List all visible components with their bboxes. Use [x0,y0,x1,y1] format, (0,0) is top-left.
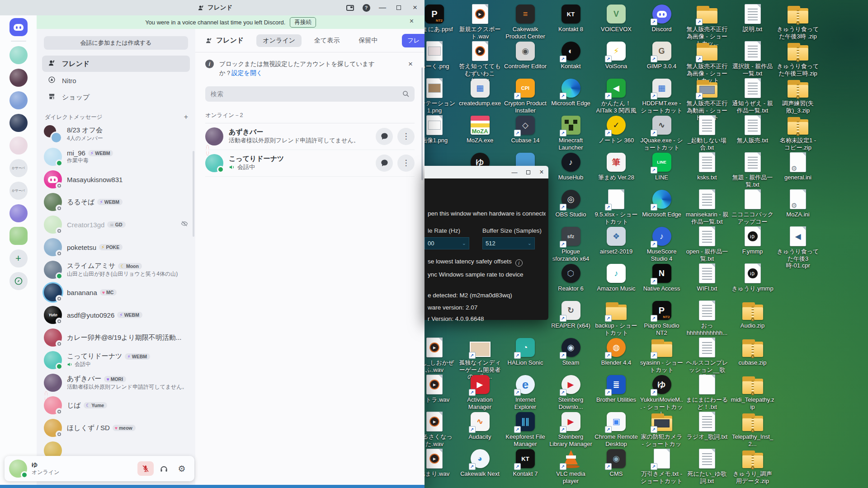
desktop-icon[interactable]: cubase.zip [731,337,774,366]
desktop-icon[interactable]: e↗Internet Explorer [504,374,547,410]
dm-list-item[interactable]: Yutoasdf@yuto0926⚡WEBM [40,304,192,326]
desktop-icon[interactable]: 通知うぜえ - 親作品一覧.txt [731,78,774,114]
open-on-connect-option[interactable]: pen this window when hardware is connect… [428,210,546,217]
desktop-icon[interactable]: KTKontakt 8 [549,4,593,33]
desktop-icon[interactable]: ⚡↗VoiSona [594,41,638,70]
sidebar-item-shop[interactable]: ショップ [42,89,190,105]
server-item[interactable]: かサーバ [9,159,28,177]
desktop-icon[interactable]: ◎↗OBS Studio [549,189,593,218]
sidebar-scrollbar[interactable] [193,151,194,237]
desktop-icon[interactable]: ▦createdump.exe [458,78,502,107]
desktop-icon[interactable]: 無人販売.txt [731,115,774,144]
desktop-icon[interactable]: ◇↗Cubase 14 [504,115,547,144]
desktop-icon[interactable]: ▣↗Chrome Remote Desktop [594,411,638,447]
main-scrollbar[interactable] [421,67,423,180]
more-options-button[interactable]: ⋮ [397,128,415,145]
desktop-icon[interactable]: ❖airset2-2019 [594,226,638,255]
friend-list-item[interactable]: こってりドーナツ会話中⋮ [205,150,415,177]
desktop-icon[interactable]: ⬡Reaktor 6 [549,263,593,292]
desktop-icon[interactable]: 無題 - 親作品一覧.txt [731,152,774,188]
desktop-icon[interactable]: ◀きゅうり食ってた午後3時-01.cpr [776,226,820,269]
desktop-icon[interactable]: ◉↗CMS [594,448,638,478]
server-avatar[interactable] [9,227,28,245]
desktop-icon[interactable]: きゅうり食ってた午後3時 .zip [776,4,820,40]
server-avatar[interactable] [9,46,28,64]
sample-rate-dropdown[interactable]: 00⌄ [425,237,469,249]
server-avatar[interactable] [9,91,28,109]
tab-全て表示[interactable]: 全て表示 [308,34,346,47]
dm-list-item[interactable]: じば☾Yume [40,394,192,417]
desktop-icon[interactable]: ◐↗Kontakt [549,41,593,70]
desktop-icon[interactable]: PNT2↗Piapro Studio NT2 [640,300,684,336]
desktop-icon[interactable]: 筆筆まめ Ver.28 [594,152,638,181]
desktop-icon[interactable]: sfz↗Plogue sforzando x64 [549,226,593,262]
buffer-size-dropdown[interactable]: 512⌄ [482,237,535,249]
desktop-icon[interactable]: ≣↗Brother Utilities [594,374,638,404]
settings-gear-icon[interactable]: ⚙ [174,461,190,476]
desktop-icon[interactable]: ksks.txt [685,152,729,181]
server-avatar[interactable] [9,136,28,155]
desktop-icon[interactable]: open - 親作品一覧.txt [685,226,729,262]
desktop-icon[interactable]: ↗万引きメモ.txt - ショートカット [640,448,684,484]
desktop-icon[interactable]: midi_Telepathy.zip [731,374,774,410]
dm-list-item[interactable]: スライムアミサ☾Moon山田と山田が好き(山田リョウと笑う4体の山) [40,258,192,281]
tab-保留中[interactable]: 保留中 [352,34,384,47]
more-options-button[interactable]: ⋮ [397,155,415,172]
desktop-icon[interactable]: ♪MuseHub [549,152,593,181]
desktop-icon[interactable]: ゆF.ymmp [731,226,774,255]
desktop-icon[interactable]: 死にたい_ゆ歌詞.txt [685,448,729,484]
friend-list-item[interactable]: あずきバー活動者様以外原則フレンド申請許可してません。⋮ [205,123,415,150]
desktop-icon[interactable]: MoZAMoZA.exe [458,115,502,144]
desktop-icon[interactable]: ↗9.5.xlsx - ショートカット [594,189,638,225]
dm-list-item[interactable]: bananana♥MC [40,281,192,304]
mic-muted-icon[interactable] [137,461,154,476]
desktop-icon[interactable]: ↻↗REAPER (x64) [549,300,593,329]
desktop-icon[interactable]: ラジオ_歌詞.txt [685,411,729,441]
desktop-icon[interactable]: ⚙MoZA.ini [776,189,820,218]
desktop-icon[interactable]: ∿↗Audacity [458,411,502,441]
desktop-icon[interactable]: ∿↗JQuake.exe - ショートカット [640,115,684,151]
inbox-tray-icon[interactable] [343,2,357,14]
notice-close-icon[interactable]: × [408,60,413,69]
desktop-icon[interactable]: ≡Cakewalk Product Center [504,4,547,40]
server-avatar[interactable] [9,204,28,222]
desktop-icon[interactable]: 選択肢 - 親作品一覧.txt [731,41,774,77]
desktop-icon[interactable]: ↗Microsoft Edge [640,189,684,218]
desktop-icon[interactable]: CPI↗Crypton Product Installer [504,78,547,114]
desktop-icon[interactable]: manisekarin - 親作品一覧.txt [685,189,729,225]
desktop-icon[interactable]: WIFI.txt [685,263,729,292]
dm-list-item[interactable]: るるそば⚡WEBM [40,191,192,213]
add-friend-button[interactable]: フレ [402,34,425,47]
dm-list-item[interactable]: ほしくず / SD♥meow [40,417,192,439]
dm-list-item[interactable]: Masayukisnow831 [40,168,192,191]
desktop-icon[interactable]: ↗Discord [640,4,684,33]
add-server-button[interactable]: + [9,249,28,267]
desktop-icon[interactable]: きゅうり_調声用データ.zip [731,448,774,484]
desktop-icon[interactable]: ▶新規エクスポート.wav [458,4,502,40]
desktop-icon[interactable]: ↗Microsoft Edge [549,78,593,107]
desktop-icon[interactable]: _起動しない場合.txt [685,115,729,151]
desktop-icon[interactable]: きゅうり食ってた午後三時.zip [776,41,820,77]
tab-オンライン[interactable]: オンライン [256,34,302,47]
desktop-icon[interactable]: ▶↗Activation Manager [458,374,502,410]
server-avatar[interactable] [9,69,28,87]
desktop-icon[interactable]: ↗syasinn - ショートカット [640,337,684,373]
server-avatar[interactable] [9,114,28,132]
dm-add-icon[interactable]: + [184,113,188,121]
reconnect-button[interactable]: 再接続 [290,17,316,28]
message-button[interactable] [376,155,393,172]
desktop-icon[interactable]: N↗Native Access [640,263,684,292]
desktop-icon[interactable]: ✓↗ノートン 360 [594,115,638,144]
sync-sample-rate-option[interactable]: ync Windows sample rate to device [428,271,546,278]
desktop-icon[interactable]: G↗GIMP 3.0.4 [640,41,684,70]
server-item[interactable]: かサーバ [9,182,28,200]
desktop-icon[interactable]: ↗backup - ショートカット [594,300,638,336]
headphones-icon[interactable] [156,461,172,476]
message-button[interactable] [376,128,393,145]
dialog-maximize-button[interactable] [521,166,535,178]
desktop-icon[interactable]: ▦↗HDDFMT.exe - ショートカット [640,78,684,114]
sidebar-item-nitro[interactable]: Nitro [42,72,190,89]
dm-list-item[interactable]: poketetsu⚡POKE [40,236,192,258]
minimize-button[interactable]: — [376,2,389,14]
desktop-icon[interactable]: ↗VLC media player [549,448,593,484]
